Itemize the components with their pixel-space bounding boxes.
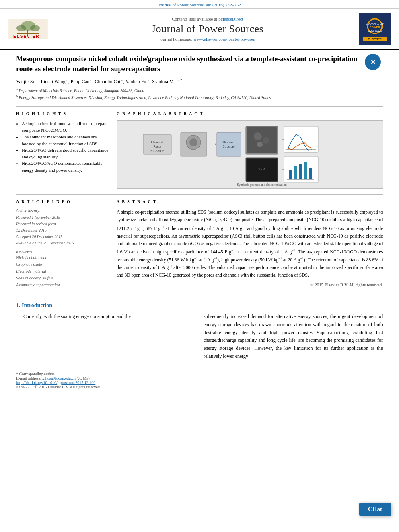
svg-text:Route: Route — [153, 145, 161, 148]
header-area: ELSEVIER Contents lists available at Sci… — [0, 9, 399, 50]
divider-3 — [16, 294, 383, 294]
svg-rect-5 — [17, 33, 39, 34]
sciencedirect-line: Contents lists available at ScienceDirec… — [60, 16, 355, 21]
svg-point-30 — [257, 142, 263, 147]
highlight-4: NiCo2O4/GO//rGO demonstrates remarkable … — [22, 160, 109, 173]
svg-text:Structure: Structure — [223, 145, 235, 148]
issn-line: 0378-7753/© 2015 Elsevier B.V. All right… — [16, 385, 383, 389]
abstract-text: A simple co-precipitation method utilizi… — [117, 208, 383, 279]
svg-text:SOURCES: SOURCES — [368, 29, 382, 32]
intro-right: subsequently increased demand for altern… — [204, 313, 383, 361]
svg-rect-38 — [289, 170, 292, 179]
intro-text-left: Currently, with the soaring energy consu… — [16, 313, 195, 321]
ga-label: G R A P H I C A L A B S T R A C T — [117, 111, 383, 117]
email-link[interactable]: xlhua@fudan.edu.cn — [42, 376, 76, 380]
svg-text:Mesopore: Mesopore — [222, 140, 235, 144]
svg-rect-40 — [299, 164, 302, 179]
chat-button[interactable]: CHat — [359, 503, 391, 516]
keywords-list: Nickel cobalt oxide Graphene oxide Elect… — [16, 254, 109, 288]
highlights-ga-section: H I G H L I G H T S A simpler chemical r… — [16, 111, 383, 189]
authors-line: Yanjie Xu a, Lincai Wang a, Peiqi Cao a,… — [16, 78, 383, 85]
graphical-abstract-image: Chemical Route NiCo/SDS → → Mesopore — [117, 120, 383, 189]
svg-point-2 — [16, 25, 26, 31]
journal-homepage: journal homepage: www.elsevier.com/locat… — [60, 37, 355, 41]
svg-text:Chemical: Chemical — [151, 140, 164, 144]
highlight-3: NiCo2O4/GO delivers good specific capaci… — [22, 147, 109, 160]
divider-1 — [16, 106, 383, 107]
abstract-label: A B S T R A C T — [117, 199, 383, 205]
svg-text:JOURNAL OF: JOURNAL OF — [366, 22, 384, 25]
introduction-heading: 1. Introduction — [16, 302, 383, 309]
homepage-link[interactable]: www.elsevier.com/locate/jpowsour — [193, 37, 255, 41]
elsevier-logo: ELSEVIER — [8, 19, 48, 39]
article-info-abstract-section: A R T I C L E I N F O Article history: R… — [16, 199, 383, 288]
doi-link[interactable]: http://dx.doi.org/10.1016/j.jpowsour.201… — [16, 380, 95, 385]
keyword-3: Electrode material — [16, 268, 109, 275]
crossmark-area: ✕ — [363, 54, 383, 70]
highlight-2: The abundant mesopores and channels are … — [22, 134, 109, 147]
doi-line: http://dx.doi.org/10.1016/j.jpowsour.201… — [16, 380, 383, 385]
svg-text:Synthesis process and characte: Synthesis process and characterization — [237, 183, 286, 187]
svg-point-3 — [30, 25, 40, 31]
available-date: Available online 29 December 2015 — [16, 240, 109, 246]
svg-rect-39 — [294, 166, 297, 179]
highlights-label: H I G H L I G H T S — [16, 111, 109, 117]
article-info-label: A R T I C L E I N F O — [16, 199, 109, 205]
journal-logo-right: JOURNAL OF POWER SOURCES ELSEVIER — [355, 13, 391, 45]
intro-text-right: subsequently increased demand for altern… — [204, 313, 383, 361]
svg-text:ELSEVIER: ELSEVIER — [368, 38, 382, 41]
keyword-5: Asymmetric supercapacitor — [16, 281, 109, 288]
received-date: Received 1 November 2015 — [16, 214, 109, 221]
svg-point-28 — [254, 132, 262, 140]
affiliation-a: a Department of Materials Science, Fudan… — [16, 87, 383, 94]
svg-text:ELSEVIER: ELSEVIER — [13, 34, 39, 39]
corresponding-note: * Corresponding author. — [16, 372, 383, 376]
intro-left: Currently, with the soaring energy consu… — [16, 313, 195, 361]
svg-rect-41 — [304, 162, 307, 179]
article-info-col: A R T I C L E I N F O Article history: R… — [16, 199, 109, 288]
svg-text:→: → — [281, 137, 285, 141]
keyword-1: Nickel cobalt oxide — [16, 254, 109, 261]
copyright-line: © 2015 Elsevier B.V. All rights reserved… — [117, 282, 383, 287]
abstract-col: A B S T R A C T A simple co-precipitatio… — [117, 199, 383, 288]
ga-svg: Chemical Route NiCo/SDS → → Mesopore — [141, 122, 358, 187]
introduction-body: Currently, with the soaring energy consu… — [16, 313, 383, 361]
svg-text:→: → — [212, 141, 217, 147]
accepted-date: Accepted 20 December 2015 — [16, 234, 109, 240]
keywords-label: Keywords: — [16, 250, 109, 254]
article-body: Mesoporous composite nickel cobalt oxide… — [0, 50, 399, 397]
svg-point-21 — [189, 138, 197, 146]
keyword-4: Sodium dodecyl sulfate — [16, 275, 109, 281]
email-line: E-mail address: xlhua@fudan.edu.cn (X. M… — [16, 376, 383, 380]
journal-logo-svg: JOURNAL OF POWER SOURCES ELSEVIER — [359, 13, 391, 45]
sciencedirect-link[interactable]: ScienceDirect — [218, 16, 243, 21]
svg-rect-42 — [309, 168, 312, 179]
svg-rect-23 — [217, 132, 241, 156]
svg-text:TEM: TEM — [259, 168, 265, 171]
svg-text:→: → — [281, 167, 285, 171]
svg-text:→: → — [175, 141, 181, 147]
svg-rect-27 — [247, 127, 277, 153]
elsevier-svg: ELSEVIER — [9, 19, 47, 39]
svg-point-29 — [263, 137, 269, 144]
affiliation-b: b Energy Storage and Distributed Resourc… — [16, 94, 383, 101]
history-label: Article history: — [16, 208, 109, 213]
article-title: Mesoporous composite nickel cobalt oxide… — [16, 54, 363, 74]
header-center: Contents lists available at ScienceDirec… — [60, 16, 355, 41]
journal-title: Journal of Power Sources — [60, 23, 355, 35]
affiliations: a Department of Materials Science, Fudan… — [16, 87, 383, 101]
graphical-abstract-col: G R A P H I C A L A B S T R A C T Chemic… — [117, 111, 383, 189]
highlights-col: H I G H L I G H T S A simpler chemical r… — [16, 111, 109, 189]
top-banner: Journal of Power Sources 306 (2016) 742–… — [0, 0, 399, 9]
email-person: (X. Ma). — [77, 376, 91, 380]
article-title-section: Mesoporous composite nickel cobalt oxide… — [16, 54, 383, 74]
footer-notes: * Corresponding author. E-mail address: … — [16, 369, 383, 389]
svg-text:NiCo/SDS: NiCo/SDS — [150, 149, 164, 153]
keyword-2: Graphene oxide — [16, 261, 109, 268]
highlights-list: A simpler chemical route was utilized to… — [16, 120, 109, 173]
banner-text: Journal of Power Sources 306 (2016) 742–… — [158, 2, 241, 7]
highlight-1: A simpler chemical route was utilized to… — [22, 120, 109, 134]
elsevier-logo-area: ELSEVIER — [8, 19, 60, 39]
journal-logo-img: JOURNAL OF POWER SOURCES ELSEVIER — [359, 13, 391, 45]
received-revised: Received in revised form — [16, 221, 109, 227]
